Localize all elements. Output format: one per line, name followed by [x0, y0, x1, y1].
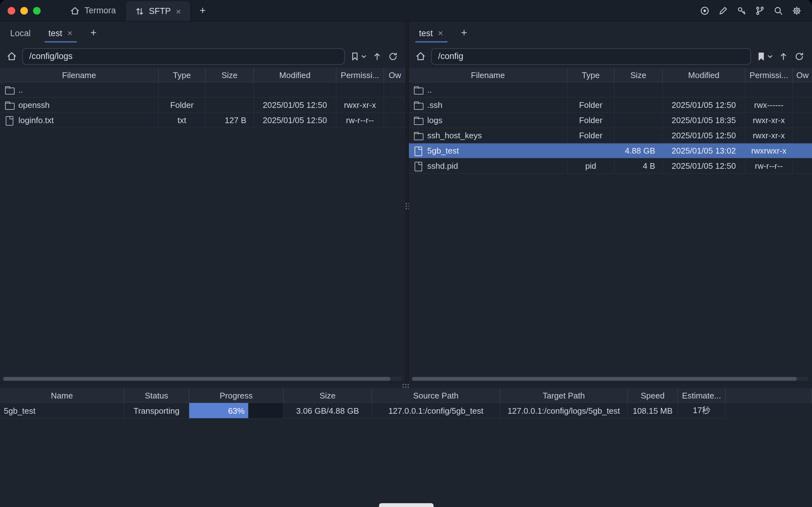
file-name: ssh_host_keys	[427, 131, 482, 140]
close-icon[interactable]: ×	[175, 7, 181, 15]
transfer-estimate: 17秒	[678, 403, 726, 419]
zoom-window-button[interactable]	[33, 7, 41, 14]
right-col-type[interactable]: Type	[567, 68, 614, 82]
search-icon[interactable]	[773, 5, 783, 15]
file-name: ..	[18, 85, 23, 95]
transfers-col-name[interactable]: Name	[0, 388, 124, 402]
pane-splitter[interactable]	[406, 21, 409, 383]
table-row[interactable]: loginfo.txt txt 127 B 2025/01/05 12:50 r…	[0, 113, 406, 128]
left-pathbar	[0, 44, 406, 68]
left-col-owner[interactable]: Ow	[384, 68, 406, 82]
transfer-row[interactable]: 5gb_test Transporting 63% 3.06 GB/4.88 G…	[0, 403, 812, 419]
transfers-col-speed[interactable]: Speed	[628, 388, 678, 402]
file-name: 5gb_test	[427, 146, 459, 156]
left-col-size[interactable]: Size	[206, 68, 254, 82]
tab-termora[interactable]: Termora	[61, 0, 125, 21]
transfer-icon	[134, 6, 145, 16]
record-icon[interactable]	[700, 5, 710, 15]
left-col-type[interactable]: Type	[159, 68, 206, 82]
right-path-input[interactable]	[431, 48, 751, 64]
left-col-modified[interactable]: Modified	[254, 68, 336, 82]
left-horizontal-scrollbar[interactable]	[3, 377, 402, 381]
file-name: sshd.pid	[427, 161, 458, 171]
right-col-size[interactable]: Size	[614, 68, 663, 82]
table-row[interactable]: openssh Folder 2025/01/05 12:50 rwxr-xr-…	[0, 98, 406, 113]
right-col-owner[interactable]: Ow	[793, 68, 812, 82]
right-col-modified[interactable]: Modified	[663, 68, 745, 82]
file-icon	[414, 162, 423, 170]
titlebar-actions	[700, 0, 812, 21]
table-row[interactable]: ..	[409, 82, 812, 98]
edit-icon[interactable]	[718, 5, 728, 15]
refresh-icon[interactable]	[794, 51, 804, 61]
left-new-tab-button[interactable]: +	[82, 21, 105, 44]
refresh-icon[interactable]	[388, 51, 398, 61]
right-tab-test[interactable]: test ×	[410, 21, 453, 44]
scrollbar-thumb[interactable]	[412, 377, 797, 381]
chevron-down-icon[interactable]	[361, 54, 366, 59]
minimize-window-button[interactable]	[20, 7, 28, 14]
left-tab-test-label: test	[49, 28, 62, 38]
up-directory-icon[interactable]	[778, 51, 789, 61]
left-col-permissions[interactable]: Permissi...	[336, 68, 384, 82]
transfers-col-size[interactable]: Size	[284, 388, 372, 402]
left-col-filename[interactable]: Filename	[0, 68, 159, 82]
left-path-input[interactable]	[22, 48, 345, 64]
tab-sftp[interactable]: SFTP ×	[125, 1, 191, 21]
progress-label: 63%	[228, 406, 245, 415]
right-col-filename[interactable]: Filename	[409, 68, 567, 82]
right-pane: test × +	[409, 21, 812, 383]
table-row[interactable]: ..	[0, 82, 406, 98]
close-icon[interactable]: ×	[437, 29, 444, 38]
transfers-col-source[interactable]: Source Path	[372, 388, 500, 402]
transfer-speed: 108.15 MB	[628, 403, 678, 419]
transfers-col-estimate[interactable]: Estimate...	[678, 388, 726, 402]
right-pane-tabs: test × +	[409, 21, 812, 44]
left-table-header: Filename Type Size Modified Permissi... …	[0, 68, 406, 82]
table-row[interactable]: logs Folder 2025/01/05 18:35 rwxr-xr-x	[409, 113, 812, 128]
transfers-splitter[interactable]	[0, 383, 812, 388]
transfer-size: 3.06 GB/4.88 GB	[284, 403, 372, 419]
left-file-list: .. openssh Folder 2025/01/05 12:50 rwxr-…	[0, 82, 406, 128]
file-icon	[414, 147, 423, 155]
transfers-header: Name Status Progress Size Source Path Ta…	[0, 388, 812, 403]
settings-icon[interactable]	[792, 5, 802, 15]
new-app-tab-button[interactable]: +	[191, 0, 214, 21]
table-row-selected[interactable]: 5gb_test 4.88 GB 2025/01/05 13:02 rwxrwx…	[409, 144, 812, 159]
home-icon[interactable]	[6, 51, 17, 62]
file-panes: Local test × +	[0, 21, 812, 383]
folder-icon	[5, 86, 14, 94]
folder-icon	[414, 116, 423, 124]
close-icon[interactable]: ×	[67, 29, 73, 38]
chevron-down-icon[interactable]	[767, 54, 773, 59]
folder-icon	[414, 101, 423, 109]
transfers-panel: Name Status Progress Size Source Path Ta…	[0, 388, 812, 419]
key-icon[interactable]	[737, 5, 747, 15]
transfers-col-progress[interactable]: Progress	[189, 388, 284, 402]
file-name: logs	[427, 115, 442, 125]
transfer-name: 5gb_test	[0, 403, 124, 419]
transfer-source-path: 127.0.0.1:/config/5gb_test	[372, 403, 500, 419]
table-row[interactable]: ssh_host_keys Folder 2025/01/05 12:50 rw…	[409, 128, 812, 144]
right-new-tab-button[interactable]: +	[453, 21, 476, 44]
left-tab-test[interactable]: test ×	[40, 21, 82, 44]
transfers-col-target[interactable]: Target Path	[500, 388, 628, 402]
table-row[interactable]: sshd.pid pid 4 B 2025/01/05 12:50 rw-r--…	[409, 159, 812, 174]
folder-icon	[5, 101, 14, 109]
scrollbar-thumb[interactable]	[3, 377, 390, 381]
folder-icon	[414, 86, 423, 94]
right-tab-test-label: test	[419, 28, 433, 38]
close-window-button[interactable]	[8, 7, 15, 14]
left-pane-tabs: Local test × +	[0, 21, 406, 44]
home-icon[interactable]	[415, 51, 426, 62]
right-horizontal-scrollbar[interactable]	[412, 377, 808, 381]
branch-icon[interactable]	[755, 5, 765, 15]
transfers-col-status[interactable]: Status	[124, 388, 189, 402]
bookmark-icon[interactable]	[350, 51, 360, 61]
left-tab-local[interactable]: Local	[1, 21, 40, 44]
tab-termora-label: Termora	[85, 6, 116, 15]
up-directory-icon[interactable]	[372, 51, 382, 61]
table-row[interactable]: .ssh Folder 2025/01/05 12:50 rwx------	[409, 98, 812, 113]
bookmark-icon[interactable]	[756, 51, 766, 61]
right-col-permissions[interactable]: Permissi...	[745, 68, 793, 82]
